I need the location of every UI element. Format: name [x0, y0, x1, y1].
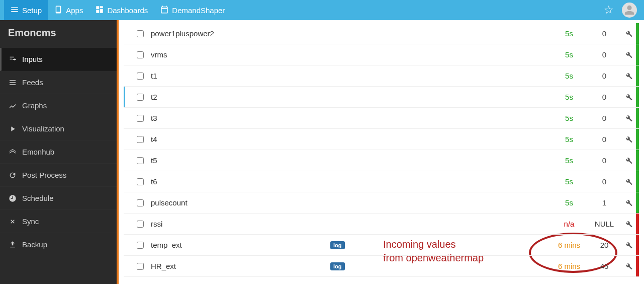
row-checkbox[interactable] [137, 94, 144, 101]
row-checkbox[interactable] [137, 242, 144, 249]
input-name: rssi [151, 220, 330, 228]
input-value: 0 [587, 29, 622, 38]
nav-demandshaper[interactable]: DemandShaper [154, 0, 231, 20]
sidebar-item-label: Backup [22, 240, 47, 249]
wrench-icon[interactable] [622, 51, 636, 59]
row-checkbox[interactable] [137, 199, 144, 206]
nav-dashboards[interactable]: Dashboards [89, 0, 154, 20]
wrench-icon[interactable] [622, 262, 636, 270]
star-icon[interactable]: ☆ [599, 4, 619, 17]
row-checkbox[interactable] [137, 136, 144, 143]
wrench-icon[interactable] [622, 30, 636, 38]
input-row: vrms5s0 [124, 44, 639, 65]
nav-setup[interactable]: Setup [4, 0, 48, 20]
row-checkbox[interactable] [137, 157, 144, 164]
input-row: t25s0 [124, 87, 639, 108]
wrench-icon[interactable] [622, 220, 636, 228]
avatar[interactable] [622, 3, 637, 18]
content-wrap: Emoncms Inputs Feeds Graphs Visualizatio… [0, 20, 644, 284]
row-marker [124, 87, 125, 107]
input-time: 6 mins [551, 262, 587, 270]
sidebar-item-label: Visualization [22, 124, 64, 133]
input-name: t4 [151, 135, 330, 144]
sidebar-item-visualization[interactable]: Visualization [0, 117, 117, 140]
input-time: 5s [551, 93, 587, 101]
refresh-icon [8, 171, 17, 179]
wrench-icon[interactable] [622, 199, 636, 207]
backup-icon [8, 241, 17, 249]
status-stripe [636, 171, 639, 192]
input-row: temp_extlog6 mins20 [124, 235, 639, 256]
sidebar-item-feeds[interactable]: Feeds [0, 71, 117, 94]
input-value: 0 [587, 114, 622, 122]
sidebar-item-schedule[interactable]: Schedule [0, 187, 117, 210]
status-stripe [636, 87, 639, 107]
input-value: 0 [587, 156, 622, 165]
sidebar-item-inputs[interactable]: Inputs [0, 48, 117, 71]
input-value: 0 [587, 72, 622, 80]
input-row: t65s0 [124, 171, 639, 192]
input-row: t35s0 [124, 108, 639, 129]
row-checkbox[interactable] [137, 263, 144, 270]
status-stripe [636, 108, 639, 128]
input-time: 5s [551, 156, 587, 165]
wrench-icon[interactable] [622, 178, 636, 186]
input-name: t6 [151, 177, 330, 186]
visualization-icon [8, 125, 17, 133]
log-badge[interactable]: log [330, 262, 345, 270]
topbar: Setup Apps Dashboards DemandShaper ☆ [0, 0, 644, 20]
wrench-icon[interactable] [622, 93, 636, 101]
status-stripe [636, 129, 639, 150]
sidebar-item-sync[interactable]: Sync [0, 210, 117, 233]
wrench-icon[interactable] [622, 72, 636, 80]
badge-col: log [330, 241, 360, 249]
sidebar-item-label: Graphs [22, 101, 47, 110]
input-value: 0 [587, 135, 622, 144]
tablet-icon [54, 5, 63, 16]
row-checkbox[interactable] [137, 51, 144, 58]
wrench-icon[interactable] [622, 114, 636, 122]
input-name: pulsecount [151, 198, 330, 207]
wrench-icon[interactable] [622, 135, 636, 144]
sidebar-item-emonhub[interactable]: Emonhub [0, 140, 117, 164]
badge-col: log [330, 262, 360, 270]
row-checkbox[interactable] [137, 30, 144, 37]
status-stripe [636, 44, 639, 65]
nav-apps[interactable]: Apps [48, 0, 89, 20]
sidebar-item-label: Schedule [22, 194, 54, 202]
sidebar-item-label: Sync [22, 217, 39, 226]
log-badge[interactable]: log [330, 241, 345, 249]
input-name: t2 [151, 93, 330, 101]
row-checkbox[interactable] [137, 73, 144, 80]
input-row: rssin/aNULL [124, 214, 639, 235]
input-time: 5s [551, 198, 587, 207]
wrench-icon[interactable] [622, 157, 636, 165]
row-checkbox[interactable] [137, 115, 144, 122]
input-row: t45s0 [124, 129, 639, 150]
wrench-icon[interactable] [622, 241, 636, 249]
input-value: 0 [587, 50, 622, 59]
sidebar-item-postprocess[interactable]: Post Process [0, 164, 117, 187]
input-time: 5s [551, 177, 587, 186]
input-row: t55s0 [124, 150, 639, 171]
input-value: NULL [587, 220, 622, 228]
input-name: power1pluspower2 [151, 29, 330, 38]
input-value: 20 [587, 241, 622, 249]
emonhub-icon [8, 148, 17, 156]
row-checkbox[interactable] [137, 178, 144, 185]
input-time: 5s [551, 29, 587, 38]
sidebar-item-backup[interactable]: Backup [0, 233, 117, 256]
nav-apps-label: Apps [66, 6, 83, 15]
sidebar-item-graphs[interactable]: Graphs [0, 94, 117, 117]
input-name: vrms [151, 50, 330, 59]
status-stripe [636, 192, 639, 213]
input-name: temp_ext [151, 241, 330, 249]
input-row: HR_extlog6 mins45 [124, 256, 639, 277]
sidebar-item-label: Inputs [22, 55, 43, 63]
status-stripe [636, 235, 639, 255]
calendar-icon [160, 5, 169, 16]
status-stripe [636, 23, 639, 44]
status-stripe [636, 256, 639, 276]
row-checkbox[interactable] [137, 221, 144, 228]
sidebar-item-label: Emonhub [22, 148, 54, 156]
